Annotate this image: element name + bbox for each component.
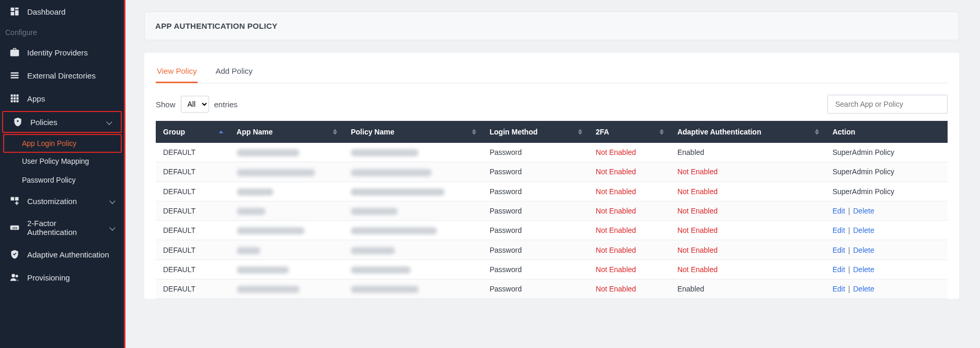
cell-login-method: Password bbox=[482, 260, 589, 279]
cell-app-name bbox=[229, 260, 344, 279]
tab-add-policy[interactable]: Add Policy bbox=[214, 62, 253, 83]
delete-link[interactable]: Delete bbox=[853, 246, 874, 254]
cell-2fa: Not Enabled bbox=[589, 260, 670, 279]
sidebar-sub-password-policy[interactable]: Password Policy bbox=[0, 171, 124, 189]
svg-rect-12 bbox=[16, 97, 18, 99]
svg-rect-9 bbox=[16, 95, 18, 97]
svg-rect-3 bbox=[11, 12, 15, 16]
cell-adaptive: Not Enabled bbox=[670, 260, 825, 279]
cell-login-method: Password bbox=[482, 201, 589, 220]
sidebar-item-adaptive-auth[interactable]: Adaptive Authentication bbox=[0, 243, 124, 266]
delete-link[interactable]: Delete bbox=[853, 265, 874, 274]
sidebar-item-two-factor[interactable]: 123 2-Factor Authentication bbox=[0, 212, 124, 243]
nav-label: App Login Policy bbox=[22, 139, 76, 148]
cell-adaptive: Enabled bbox=[670, 279, 825, 299]
sidebar-sub-user-policy-mapping[interactable]: User Policy Mapping bbox=[0, 152, 124, 171]
sidebar-item-apps[interactable]: Apps bbox=[0, 87, 124, 110]
col-adaptive[interactable]: Adaptive Authentication bbox=[670, 121, 825, 143]
cell-app-name bbox=[229, 201, 344, 220]
cell-action: SuperAdmin Policy bbox=[825, 143, 948, 162]
delete-link[interactable]: Delete bbox=[853, 285, 874, 293]
cell-2fa: Not Enabled bbox=[589, 221, 670, 240]
cell-action: Edit | Delete bbox=[825, 240, 948, 260]
edit-link[interactable]: Edit bbox=[833, 246, 845, 254]
shield-check-icon bbox=[9, 249, 20, 260]
col-login-method[interactable]: Login Method bbox=[482, 121, 589, 143]
sort-icon bbox=[660, 129, 664, 135]
nav-label: Password Policy bbox=[22, 176, 76, 184]
cell-login-method: Password bbox=[482, 182, 589, 201]
customize-icon bbox=[9, 196, 20, 206]
table-row: DEFAULTPasswordNot EnabledNot EnabledEdi… bbox=[156, 260, 948, 279]
sidebar-item-external-directories[interactable]: External Directories bbox=[0, 64, 124, 87]
delete-link[interactable]: Delete bbox=[853, 207, 874, 215]
table-row: DEFAULTPasswordNot EnabledNot EnabledSup… bbox=[156, 162, 948, 182]
sort-icon bbox=[472, 129, 476, 135]
cell-adaptive: Not Enabled bbox=[670, 221, 825, 240]
cell-2fa: Not Enabled bbox=[589, 240, 670, 260]
nav-label: External Directories bbox=[27, 71, 114, 80]
search-input[interactable] bbox=[827, 95, 948, 114]
action-text: SuperAdmin Policy bbox=[833, 187, 894, 196]
svg-rect-2 bbox=[15, 10, 19, 16]
nav-label: Provisioning bbox=[27, 273, 114, 282]
svg-rect-18 bbox=[15, 197, 19, 201]
action-text: SuperAdmin Policy bbox=[833, 167, 894, 176]
entries-select[interactable]: All bbox=[181, 96, 209, 113]
list-icon bbox=[9, 70, 20, 81]
tab-view-policy[interactable]: View Policy bbox=[156, 62, 198, 83]
cell-app-name bbox=[229, 162, 344, 182]
sidebar-item-identity-providers[interactable]: Identity Providers bbox=[0, 41, 124, 64]
table-row: DEFAULTPasswordNot EnabledNot EnabledEdi… bbox=[156, 221, 948, 240]
edit-link[interactable]: Edit bbox=[833, 265, 845, 274]
cell-adaptive: Enabled bbox=[670, 143, 825, 162]
cell-login-method: Password bbox=[482, 162, 589, 182]
cell-policy-name bbox=[343, 162, 482, 182]
edit-link[interactable]: Edit bbox=[833, 207, 845, 215]
table-row: DEFAULTPasswordNot EnabledNot EnabledEdi… bbox=[156, 240, 948, 260]
svg-rect-15 bbox=[16, 100, 18, 102]
separator: | bbox=[845, 265, 853, 274]
delete-link[interactable]: Delete bbox=[853, 226, 874, 234]
cell-policy-name bbox=[343, 279, 482, 299]
separator: | bbox=[845, 285, 853, 293]
cell-adaptive: Not Enabled bbox=[670, 182, 825, 201]
cell-app-name bbox=[229, 240, 344, 260]
cell-group: DEFAULT bbox=[156, 143, 229, 162]
nav-label: 2-Factor Authentication bbox=[27, 219, 103, 237]
sidebar-item-customization[interactable]: Customization bbox=[0, 189, 124, 212]
sidebar-item-policies[interactable]: Policies bbox=[2, 111, 122, 133]
cell-policy-name bbox=[343, 221, 482, 240]
col-app-name[interactable]: App Name bbox=[229, 121, 344, 143]
nav-label: Adaptive Authentication bbox=[27, 250, 114, 259]
cell-app-name bbox=[229, 143, 344, 162]
cell-policy-name bbox=[343, 143, 482, 162]
svg-point-16 bbox=[17, 120, 18, 122]
cell-group: DEFAULT bbox=[156, 279, 229, 299]
col-group[interactable]: Group bbox=[156, 121, 229, 143]
cell-group: DEFAULT bbox=[156, 162, 229, 182]
sidebar-item-dashboard[interactable]: Dashboard bbox=[0, 0, 124, 23]
cell-login-method: Password bbox=[482, 221, 589, 240]
edit-link[interactable]: Edit bbox=[833, 226, 845, 234]
cell-action: SuperAdmin Policy bbox=[825, 182, 948, 201]
table-row: DEFAULTPasswordNot EnabledEnabledEdit | … bbox=[156, 279, 948, 299]
policy-card: View Policy Add Policy Show All entries … bbox=[144, 53, 959, 299]
svg-point-21 bbox=[11, 274, 15, 277]
col-policy-name[interactable]: Policy Name bbox=[343, 121, 482, 143]
cell-app-name bbox=[229, 221, 344, 240]
entries-label: entries bbox=[214, 100, 238, 109]
sidebar-item-provisioning[interactable]: Provisioning bbox=[0, 266, 124, 289]
sidebar-sub-app-login-policy[interactable]: App Login Policy bbox=[3, 134, 122, 153]
edit-link[interactable]: Edit bbox=[833, 285, 845, 293]
svg-rect-5 bbox=[11, 75, 19, 76]
nav-label: Dashboard bbox=[27, 7, 114, 16]
svg-rect-11 bbox=[14, 97, 16, 99]
col-2fa[interactable]: 2FA bbox=[589, 121, 670, 143]
cell-policy-name bbox=[343, 182, 482, 201]
policies-table: Group App Name Policy Name Login Method … bbox=[156, 121, 948, 299]
svg-rect-14 bbox=[14, 100, 16, 102]
cell-action: SuperAdmin Policy bbox=[825, 162, 948, 182]
dashboard-icon bbox=[9, 6, 20, 17]
chevron-down-icon bbox=[109, 224, 115, 230]
